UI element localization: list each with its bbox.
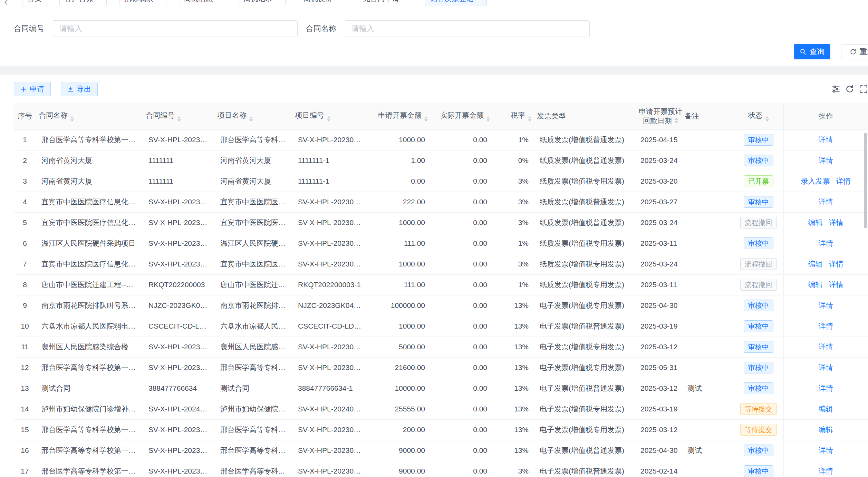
- cell-actual_amount: 0.00: [431, 440, 493, 461]
- cell-remark: 测试: [682, 378, 734, 399]
- cell-apply_amount: 1000.00: [368, 316, 431, 337]
- sort-icon[interactable]: [327, 116, 330, 121]
- filter-contract-name: 合同名称: [306, 20, 590, 37]
- reset-button[interactable]: 重置: [841, 44, 868, 59]
- column-header-label-line: 申请开票预计: [640, 107, 681, 116]
- chevron-left-icon[interactable]: ‹: [4, 0, 8, 7]
- tab-1[interactable]: 首页: [22, 0, 47, 6]
- table-row: 14泸州市妇幼保健院门诊增补2项目SV-X-HPL-2024031...泸州市妇…: [14, 399, 868, 419]
- column-header-contract_no[interactable]: 合同编号: [143, 103, 215, 129]
- column-header-expect_date[interactable]: 申请开票预计回款日期: [637, 103, 682, 129]
- column-header-contract_name[interactable]: 合同名称: [36, 103, 143, 129]
- caret-up-icon: [528, 116, 531, 118]
- tab-2[interactable]: 客户台账×: [59, 0, 107, 6]
- status-badge: 审核中: [744, 237, 773, 249]
- column-header-label: 项目名称: [218, 111, 247, 119]
- apply-button[interactable]: 申请: [14, 82, 51, 96]
- column-header-apply_amount[interactable]: 申请开票金额: [368, 103, 431, 129]
- tab-4[interactable]: 商机信息×: [179, 0, 226, 6]
- vertical-scrollbar[interactable]: [864, 133, 867, 228]
- action-link[interactable]: 详情: [819, 301, 833, 309]
- table-settings-icons: [831, 85, 868, 94]
- cell-status: 流程撤回: [734, 274, 783, 295]
- tab-close-icon[interactable]: ×: [336, 0, 340, 2]
- sort-icon[interactable]: [424, 116, 428, 121]
- action-link[interactable]: 详情: [819, 384, 833, 392]
- tab-close-icon[interactable]: ×: [157, 0, 161, 2]
- action-link[interactable]: 详情: [819, 239, 833, 247]
- action-link[interactable]: 详情: [819, 322, 833, 330]
- column-header-label: 实际开票金额: [440, 111, 484, 119]
- table-body: 1邢台医学高等专科学校第一附...SV-X-HPL-2023010...邢台医学…: [14, 129, 868, 477]
- cell-apply_amount: 5000.00: [368, 337, 431, 357]
- reset-button-label: 重置: [860, 47, 868, 57]
- sort-icon[interactable]: [486, 116, 490, 121]
- tab-label: 商机设备: [303, 0, 332, 3]
- tab-close-icon[interactable]: ×: [97, 0, 102, 2]
- action-link[interactable]: 详情: [819, 156, 833, 164]
- cell-tax_rate: 13%: [493, 295, 534, 316]
- action-link[interactable]: 详情: [836, 177, 851, 185]
- sort-icon[interactable]: [177, 116, 181, 121]
- cell-invoice_type: 纸质发票(增值税专用发票): [534, 274, 637, 295]
- action-link[interactable]: 详情: [829, 281, 843, 289]
- export-button-label: 导出: [77, 84, 91, 94]
- cell-remark: [682, 212, 734, 233]
- action-link[interactable]: 详情: [829, 260, 843, 268]
- cell-remark: [682, 150, 734, 171]
- contract-name-label: 合同名称: [306, 23, 336, 34]
- cell-project_name: 宜宾市中医医院医疗...: [215, 192, 292, 212]
- action-link[interactable]: 编辑: [808, 260, 823, 268]
- column-header-actual_amount[interactable]: 实际开票金额: [431, 103, 493, 129]
- contract-name-input[interactable]: [345, 20, 590, 37]
- column-header-project_name[interactable]: 项目名称: [215, 103, 292, 129]
- action-link[interactable]: 详情: [819, 446, 833, 454]
- tab-6[interactable]: 商机设备×: [298, 0, 345, 6]
- caret-down-icon: [424, 119, 428, 121]
- tab-label: 招标线索: [124, 0, 153, 3]
- sort-icon[interactable]: [528, 116, 531, 121]
- sliders-icon[interactable]: [831, 85, 840, 94]
- action-link[interactable]: 详情: [819, 467, 833, 475]
- cell-contract_no: CSCECIT-CD-LDR...: [143, 316, 215, 337]
- tab-7[interactable]: 无合同申请×: [358, 0, 412, 6]
- action-link[interactable]: 录入发票: [801, 177, 830, 185]
- contract-no-input[interactable]: [53, 20, 298, 37]
- tab-3[interactable]: 招标线索×: [119, 0, 166, 6]
- action-link[interactable]: 编辑: [819, 426, 833, 434]
- sort-icon[interactable]: [249, 116, 253, 121]
- tab-close-icon[interactable]: ×: [477, 0, 481, 2]
- export-button[interactable]: 导出: [61, 82, 98, 96]
- cell-no: 1: [14, 129, 36, 150]
- tab-5[interactable]: 商机记录×: [239, 0, 286, 6]
- action-link[interactable]: 编辑: [808, 281, 823, 289]
- sort-icon[interactable]: [675, 118, 678, 123]
- refresh-table-icon[interactable]: [845, 85, 854, 94]
- tab-close-icon[interactable]: ×: [403, 0, 407, 2]
- cell-actions: 编辑详情: [783, 212, 868, 233]
- fullscreen-icon[interactable]: [859, 85, 868, 94]
- status-badge: 审核中: [744, 134, 773, 146]
- cell-status: 审核中: [734, 150, 783, 171]
- tab-close-icon[interactable]: ×: [216, 0, 221, 2]
- table-row: 4宜宾市中医医院医疗信息化系...SV-X-HPL-2023010...宜宾市中…: [14, 192, 868, 212]
- action-link[interactable]: 详情: [819, 198, 833, 206]
- column-header-status[interactable]: 状态: [734, 103, 783, 129]
- tab-8[interactable]: 销售发票登记×: [425, 0, 486, 6]
- sort-icon[interactable]: [70, 116, 74, 121]
- cell-remark: [682, 233, 734, 254]
- cell-contract_name: 邢台医学高等专科学校第一附...: [36, 440, 143, 461]
- cell-no: 4: [14, 192, 36, 212]
- action-link[interactable]: 详情: [819, 343, 833, 351]
- column-header-tax_rate[interactable]: 税率: [493, 103, 534, 129]
- tab-close-icon[interactable]: ×: [276, 0, 281, 2]
- cell-status: 审核中: [734, 129, 783, 150]
- action-link[interactable]: 编辑: [808, 218, 823, 226]
- column-header-project_no[interactable]: 项目编号: [292, 103, 368, 129]
- action-link[interactable]: 详情: [819, 363, 833, 371]
- action-link[interactable]: 详情: [819, 136, 833, 144]
- sort-icon[interactable]: [765, 116, 769, 121]
- search-button[interactable]: 查询: [794, 44, 830, 59]
- action-link[interactable]: 编辑: [819, 405, 833, 413]
- action-link[interactable]: 详情: [829, 218, 843, 226]
